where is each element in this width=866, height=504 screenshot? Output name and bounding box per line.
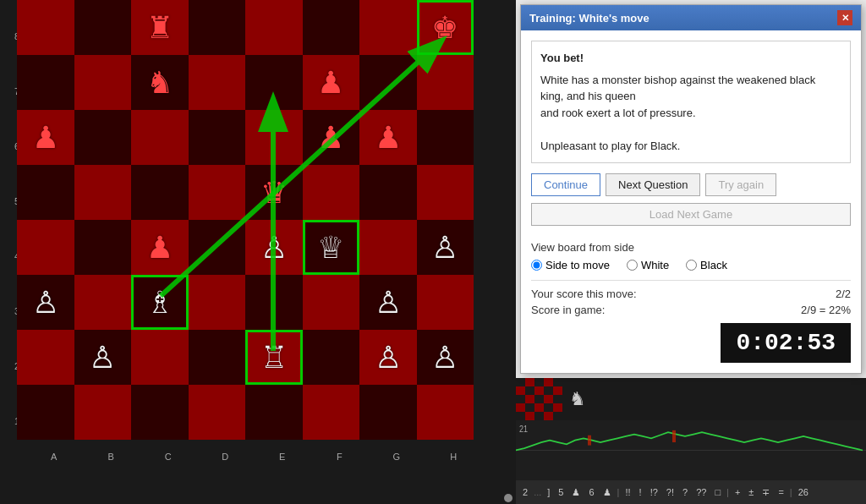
radio-white-input[interactable] [627,260,638,271]
square-a8[interactable] [17,0,74,55]
radio-black-input[interactable] [686,260,697,271]
notation-pawn2[interactable]: ♟ [600,485,615,500]
notation-equals[interactable]: = [775,485,787,499]
square-d4[interactable] [189,220,246,275]
square-e8[interactable] [245,0,303,55]
square-h2[interactable]: ♙ [417,330,474,385]
radio-black[interactable]: Black [686,259,727,271]
square-f5[interactable] [303,165,360,220]
square-d2[interactable] [189,330,246,385]
square-c6[interactable] [131,110,189,165]
square-h1[interactable] [417,385,474,440]
feedback-line1: White has a monster bishop against the w… [540,72,841,105]
square-c1[interactable] [131,385,189,440]
square-c4[interactable]: ♟ [131,220,189,275]
square-d8[interactable] [189,0,246,55]
radio-white[interactable]: White [627,259,669,271]
square-c5[interactable] [131,165,189,220]
square-c3[interactable]: ♗ [131,275,189,330]
square-b6[interactable] [74,110,132,165]
square-e7[interactable] [245,55,303,110]
load-next-game-button[interactable]: Load Next Game [531,203,851,226]
square-e2[interactable]: ♖ [245,330,303,385]
notation-question[interactable]: ? [679,485,691,499]
notation-q-exclaim[interactable]: ?! [663,485,677,499]
notation-exclaim-q[interactable]: !? [647,485,661,499]
notation-plusminus[interactable]: ± [745,485,757,499]
radio-white-label: White [641,259,669,271]
square-d3[interactable] [189,275,246,330]
square-f1[interactable] [303,385,360,440]
notation-dbl-exclaim[interactable]: !! [622,485,633,499]
square-g6[interactable]: ♟ [359,110,417,165]
square-d1[interactable] [189,385,246,440]
notation-num-5[interactable]: 5 [555,485,567,499]
chess-board[interactable]: ♜ ♚ ♞ ♟ ♟ ♟ ♟ ♛ [17,0,474,440]
square-g4[interactable] [359,220,417,275]
notation-plus[interactable]: + [732,485,743,499]
piece-pawn-h2: ♙ [431,340,458,375]
square-b5[interactable] [74,165,132,220]
square-c2[interactable] [131,330,189,385]
view-board-section: View board from side Side to move White … [531,241,851,271]
square-g5[interactable] [359,165,417,220]
notation-dbl-question[interactable]: ?? [693,485,710,499]
square-a1[interactable] [17,385,74,440]
square-e1[interactable] [245,385,303,440]
square-b1[interactable] [74,385,132,440]
square-d6[interactable] [189,110,246,165]
notation-pawn1[interactable]: ♟ [568,485,584,500]
square-f4[interactable]: ♕ [303,220,360,275]
square-c7[interactable]: ♞ [131,55,189,110]
square-b8[interactable] [74,0,132,55]
square-h8[interactable]: ♚ [417,0,474,55]
notation-square[interactable]: □ [711,485,724,499]
try-again-button[interactable]: Try again [705,173,776,196]
square-h4[interactable]: ♙ [417,220,474,275]
square-a6[interactable]: ♟ [17,110,74,165]
square-h3[interactable] [417,275,474,330]
notation-bracket[interactable]: ] [544,485,553,499]
square-d5[interactable] [189,165,246,220]
square-d7[interactable] [189,55,246,110]
square-g8[interactable] [359,0,417,55]
notation-exclaim[interactable]: ! [636,485,645,499]
square-g3[interactable]: ♙ [359,275,417,330]
square-b2[interactable]: ♙ [74,330,132,385]
square-a4[interactable] [17,220,74,275]
load-game-row: Load Next Game [531,203,851,234]
square-g2[interactable]: ♙ [359,330,417,385]
file-b: B [83,448,140,465]
square-e4[interactable]: ♙ [245,220,303,275]
square-a7[interactable] [17,55,74,110]
square-f6[interactable]: ♟ [303,110,360,165]
notation-num-6[interactable]: 6 [585,485,597,499]
square-e6[interactable] [245,110,303,165]
square-h7[interactable] [417,55,474,110]
square-a5[interactable] [17,165,74,220]
square-g7[interactable] [359,55,417,110]
square-f3[interactable] [303,275,360,330]
notation-num-26[interactable]: 26 [795,485,812,499]
square-h6[interactable] [417,110,474,165]
radio-side-input[interactable] [531,260,542,271]
square-f8[interactable] [303,0,360,55]
radio-side-to-move[interactable]: Side to move [531,259,610,271]
square-h5[interactable] [417,165,474,220]
square-f7[interactable]: ♟ [303,55,360,110]
notation-num-2[interactable]: 2 [519,485,531,499]
square-e5[interactable]: ♛ [245,165,303,220]
square-b7[interactable] [74,55,132,110]
notation-minusplus[interactable]: ∓ [759,485,773,500]
square-b3[interactable] [74,275,132,330]
continue-button[interactable]: Continue [531,173,600,196]
square-a3[interactable]: ♙ [17,275,74,330]
square-b4[interactable] [74,220,132,275]
square-c8[interactable]: ♜ [131,0,189,55]
square-e3[interactable] [245,275,303,330]
next-question-button[interactable]: Next Question [606,173,700,196]
square-g1[interactable] [359,385,417,440]
dialog-close-button[interactable]: ✕ [837,10,852,25]
square-a2[interactable] [17,330,74,385]
square-f2[interactable] [303,330,360,385]
